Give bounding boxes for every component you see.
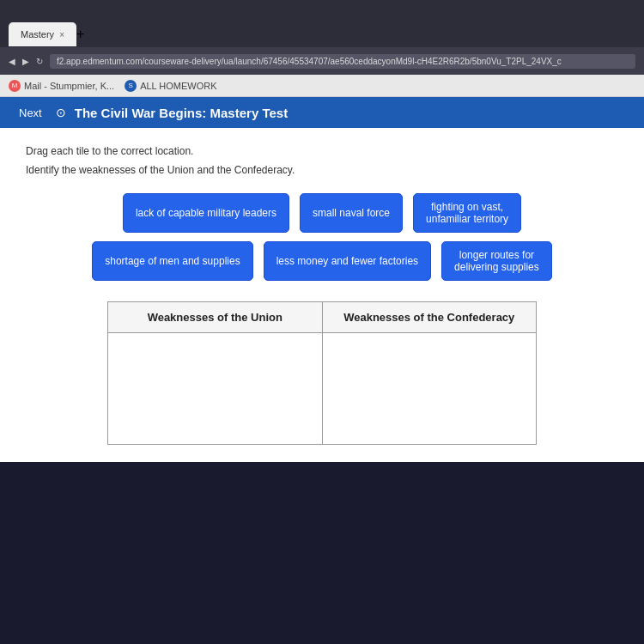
union-drop-zone[interactable] xyxy=(108,333,323,445)
tab-label: Mastery xyxy=(21,29,54,39)
app-header: Next ⊙ The Civil War Begins: Mastery Tes… xyxy=(0,97,644,128)
next-button[interactable]: Next xyxy=(14,105,47,121)
new-tab-button[interactable]: + xyxy=(76,27,84,42)
tile-less-money[interactable]: less money and fewer factories xyxy=(264,241,431,281)
tiles-row-1: lack of capable military leaders small n… xyxy=(43,193,601,233)
tile-fighting-vast[interactable]: fighting on vast, unfamiliar territory xyxy=(413,193,521,233)
main-content: Drag each tile to the correct location. … xyxy=(0,128,644,462)
drop-table-container: Weaknesses of the Union Weaknesses of th… xyxy=(107,301,537,445)
bookmarks-bar: M Mail - Stumpmier, K... S ALL HOMEWORK xyxy=(0,75,644,97)
confederacy-drop-zone[interactable] xyxy=(322,333,537,445)
bookmark-homework-label: ALL HOMEWORK xyxy=(140,81,216,91)
confederacy-column-header: Weaknesses of the Confederacy xyxy=(322,302,537,333)
active-tab[interactable]: Mastery × xyxy=(9,22,76,46)
address-bar[interactable]: f2.app.edmentum.com/courseware-delivery/… xyxy=(50,54,635,69)
tile-shortage-men[interactable]: shortage of men and supplies xyxy=(92,241,252,281)
identify-instruction: Identify the weaknesses of the Union and… xyxy=(26,164,618,176)
page-title: The Civil War Begins: Mastery Test xyxy=(75,106,288,120)
tab-close-icon[interactable]: × xyxy=(59,30,64,39)
tiles-row-2: shortage of men and supplies less money … xyxy=(43,241,601,281)
drag-instruction: Drag each tile to the correct location. xyxy=(26,145,618,157)
tile-longer-routes[interactable]: longer routes for delivering supplies xyxy=(441,241,552,281)
tiles-area: lack of capable military leaders small n… xyxy=(26,193,618,281)
address-bar-row: ◀ ▶ ↻ f2.app.edmentum.com/courseware-del… xyxy=(0,47,644,75)
bookmark-mail-label: Mail - Stumpmier, K... xyxy=(24,81,114,91)
categorization-table: Weaknesses of the Union Weaknesses of th… xyxy=(107,301,537,445)
forward-icon[interactable]: ▶ xyxy=(22,57,29,66)
tile-lack-leaders[interactable]: lack of capable military leaders xyxy=(123,193,289,233)
union-column-header: Weaknesses of the Union xyxy=(108,302,323,333)
back-icon[interactable]: ◀ xyxy=(9,57,15,66)
tile-small-naval[interactable]: small naval force xyxy=(300,193,403,233)
bookmark-mail[interactable]: M Mail - Stumpmier, K... xyxy=(9,80,114,92)
refresh-icon[interactable]: ↻ xyxy=(36,57,43,66)
nav-arrow-icon[interactable]: ⊙ xyxy=(56,106,66,119)
homework-favicon: S xyxy=(125,80,137,92)
mail-favicon: M xyxy=(9,80,21,92)
tab-bar: Mastery × + xyxy=(9,21,84,47)
browser-chrome-top: Mastery × + xyxy=(0,0,644,47)
bookmark-homework[interactable]: S ALL HOMEWORK xyxy=(125,80,216,92)
